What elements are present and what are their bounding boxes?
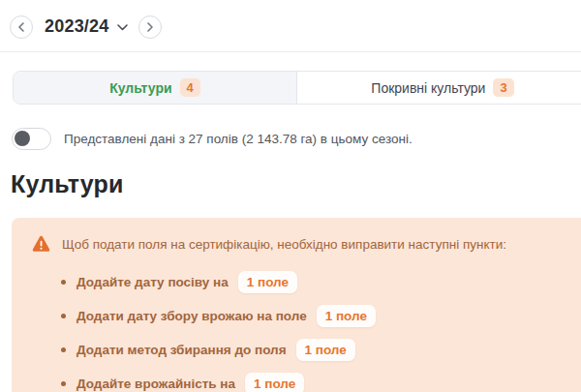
fields-filter-toggle[interactable] [12, 128, 51, 150]
tab-count-badge: 3 [493, 78, 513, 97]
tab-label: Покривні культури [371, 80, 485, 96]
toggle-knob [15, 131, 30, 146]
warning-triangle-icon [32, 235, 50, 256]
season-data-toggle-row: Представлені дані з 27 полів (2 143.78 г… [12, 128, 581, 150]
field-count-chip: 1 поле [296, 339, 355, 361]
list-item: Додати метод збирання до поля 1 поле [61, 339, 569, 361]
tab-count-badge: 4 [180, 78, 200, 97]
page-title: Культури [11, 170, 581, 198]
warning-list: Додайте дату посіву на 1 поле Додати дат… [61, 271, 569, 392]
chevron-left-icon [17, 18, 25, 36]
warning-item-text: Додайте дату посіву на [76, 275, 229, 289]
certification-warning-panel: Щоб подати поля на сертифікацію, необхід… [12, 218, 581, 392]
season-selector: 2023/24 [0, 0, 581, 43]
field-count-chip: 1 поле [245, 373, 304, 392]
warning-title: Щоб подати поля на сертифікацію, необхід… [62, 236, 506, 254]
season-data-summary: Представлені дані з 27 полів (2 143.78 г… [64, 132, 413, 146]
list-item: Додайте дату посіву на 1 поле [61, 271, 569, 293]
chevron-right-icon [146, 18, 154, 36]
bullet-icon [61, 347, 66, 352]
field-count-chip: 1 поле [317, 305, 376, 327]
tab-cover-crops[interactable]: Покривні культури 3 [297, 72, 581, 104]
list-item: Додайте врожайність на 1 поле [61, 373, 569, 392]
warning-item-text: Додати дату збору врожаю на поле [76, 309, 307, 323]
header-divider [0, 51, 581, 52]
season-value[interactable]: 2023/24 [45, 16, 108, 37]
tab-crops[interactable]: Культури 4 [14, 72, 297, 104]
tab-label: Культури [109, 80, 171, 96]
bullet-icon [61, 280, 66, 285]
next-season-button[interactable] [138, 15, 162, 39]
field-count-chip: 1 поле [238, 271, 297, 293]
bullet-icon [61, 381, 66, 386]
bullet-icon [61, 314, 66, 318]
chevron-down-icon[interactable] [117, 24, 128, 31]
list-item: Додати дату збору врожаю на поле 1 поле [61, 305, 569, 327]
warning-item-text: Додайте врожайність на [76, 377, 235, 391]
previous-season-button[interactable] [10, 15, 33, 39]
warning-item-text: Додати метод збирання до поля [76, 343, 287, 357]
tab-bar: Культури 4 Покривні культури 3 [13, 71, 581, 105]
warning-header: Щоб подати поля на сертифікацію, необхід… [32, 236, 569, 256]
